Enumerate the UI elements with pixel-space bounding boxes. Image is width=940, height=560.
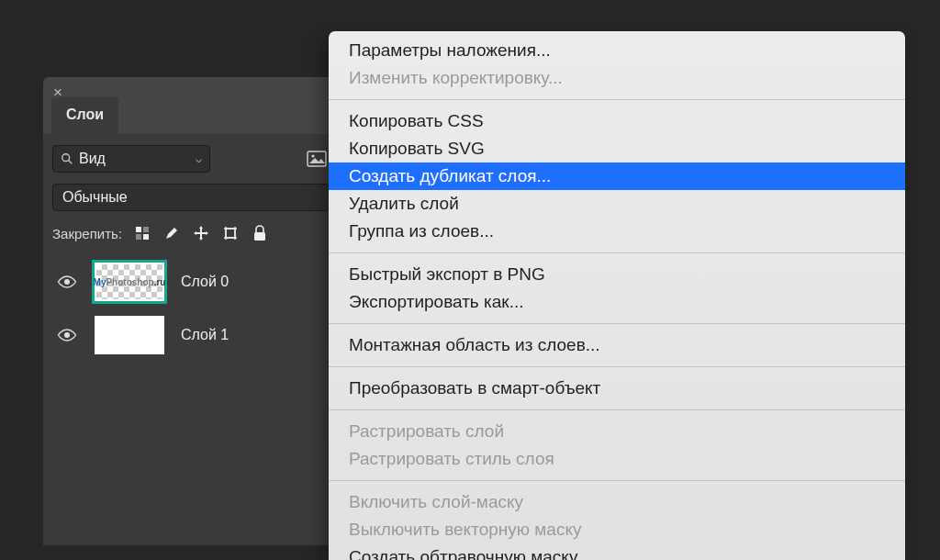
menu-duplicate-layer[interactable]: Создать дубликат слоя... xyxy=(329,162,905,190)
layer-thumbnail[interactable]: MyPhotoshop.ru xyxy=(95,263,164,301)
search-icon xyxy=(61,152,73,165)
svg-rect-2 xyxy=(308,151,326,166)
menu-group-from-layers[interactable]: Группа из слоев... xyxy=(329,218,905,245)
menu-export-as[interactable]: Экспортировать как... xyxy=(329,288,905,316)
panel-tabs: Слои xyxy=(43,97,339,134)
kind-label: Вид xyxy=(79,151,106,167)
svg-rect-8 xyxy=(226,229,235,238)
svg-point-0 xyxy=(62,154,70,162)
visibility-icon[interactable] xyxy=(56,274,78,289)
svg-point-3 xyxy=(311,154,314,157)
lock-artboard-icon[interactable] xyxy=(221,224,240,242)
menu-artboard-from-layers[interactable]: Монтажная область из слоев... xyxy=(329,331,905,359)
lock-label: Закрепить: xyxy=(52,226,122,241)
layers-panel: × Слои Вид ⌵ Обычные Закрепить: xyxy=(43,77,339,545)
menu-separator xyxy=(329,99,905,100)
lock-row: Закрепить: xyxy=(52,222,330,246)
svg-rect-6 xyxy=(136,234,141,240)
layers-list: MyPhotoshop.ru Слой 0 Слой 1 xyxy=(52,259,330,358)
menu-rasterize-layer: Растрировать слой xyxy=(329,418,905,445)
menu-separator xyxy=(329,252,905,253)
panel-body: Вид ⌵ Обычные Закрепить: xyxy=(43,134,339,545)
layer-row[interactable]: Слой 1 xyxy=(52,312,330,358)
svg-point-14 xyxy=(64,279,70,285)
menu-edit-adjustment: Изменить корректировку... xyxy=(329,64,905,92)
menu-separator xyxy=(329,409,905,410)
menu-separator xyxy=(329,480,905,481)
lock-brush-icon[interactable] xyxy=(162,224,181,242)
menu-enable-layer-mask: Включить слой-маску xyxy=(329,488,905,516)
lock-all-icon[interactable] xyxy=(251,224,269,242)
lock-move-icon[interactable] xyxy=(192,224,210,242)
visibility-icon[interactable] xyxy=(56,328,78,342)
filter-image-icon[interactable] xyxy=(304,148,330,170)
layer-kind-select[interactable]: Вид ⌵ xyxy=(52,145,210,173)
layer-row[interactable]: MyPhotoshop.ru Слой 0 xyxy=(52,259,330,305)
panel-close-icon[interactable]: × xyxy=(53,84,62,100)
tab-layers[interactable]: Слои xyxy=(51,97,118,134)
menu-blending-options[interactable]: Параметры наложения... xyxy=(329,37,905,64)
svg-rect-13 xyxy=(254,232,265,241)
menu-create-clipping-mask[interactable]: Создать обтравочную маску xyxy=(329,543,905,560)
blend-label: Обычные xyxy=(62,189,128,206)
blend-row: Обычные xyxy=(52,184,330,211)
blend-mode-select[interactable]: Обычные xyxy=(52,184,330,211)
menu-quick-export-png[interactable]: Быстрый экспорт в PNG xyxy=(329,261,905,288)
menu-disable-vector-mask: Выключить векторную маску xyxy=(329,516,905,543)
menu-rasterize-style: Растрировать стиль слоя xyxy=(329,445,905,473)
lock-icons xyxy=(133,224,269,242)
layer-thumbnail[interactable] xyxy=(95,316,164,354)
menu-copy-svg[interactable]: Копировать SVG xyxy=(329,135,905,162)
layer-name[interactable]: Слой 1 xyxy=(181,327,330,343)
svg-rect-5 xyxy=(143,227,149,232)
svg-point-15 xyxy=(64,332,70,338)
menu-copy-css[interactable]: Копировать CSS xyxy=(329,107,905,135)
lock-transparent-icon[interactable] xyxy=(133,224,151,242)
chevron-down-icon: ⌵ xyxy=(196,152,202,165)
filter-row: Вид ⌵ xyxy=(52,145,330,173)
menu-convert-smart-object[interactable]: Преобразовать в смарт-объект xyxy=(329,375,905,402)
menu-separator xyxy=(329,323,905,324)
svg-rect-7 xyxy=(143,234,149,240)
layer-name[interactable]: Слой 0 xyxy=(181,274,330,290)
svg-line-1 xyxy=(69,161,73,164)
svg-rect-4 xyxy=(136,227,141,232)
layer-context-menu: Параметры наложения... Изменить корректи… xyxy=(329,31,905,560)
menu-delete-layer[interactable]: Удалить слой xyxy=(329,190,905,218)
menu-separator xyxy=(329,366,905,367)
